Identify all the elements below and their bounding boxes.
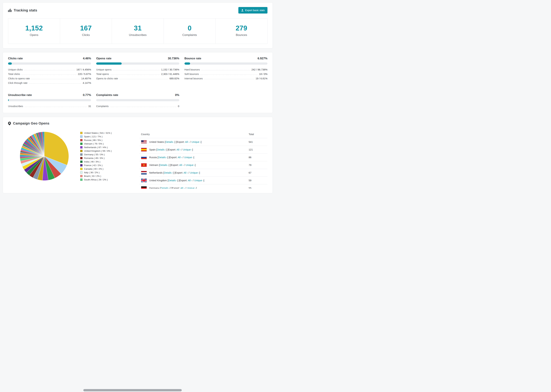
clicks-rate-block: Clicks rate 4.46% Unique clicks167 / 4.4… xyxy=(8,57,91,85)
country-name: United States xyxy=(149,140,164,143)
unsubscribes-label: Unsubscribes xyxy=(114,33,162,37)
export-all-link[interactable]: All › xyxy=(178,156,182,159)
complaints-rate-title: Complaints rate xyxy=(96,93,118,97)
export-unique-link[interactable]: Unique › xyxy=(186,164,195,166)
legend-label: Romania ( 49 / 3% ) xyxy=(84,157,105,159)
total-clicks-value: 220 / 5.87% xyxy=(78,73,91,75)
unsubscribes-count: 31 xyxy=(114,24,162,32)
total-column-header: Total xyxy=(247,131,268,138)
legend-item: Canada ( 40 / 2% ) xyxy=(80,167,123,171)
country-links: Vietnam [Details ›] [Export: All › / Uni… xyxy=(149,164,196,166)
dotted-leader xyxy=(31,79,80,79)
country-links: Russia [Details ›] [Export: All › / Uniq… xyxy=(149,156,194,159)
export-all-link[interactable]: All › xyxy=(180,187,185,189)
legend-label: United States ( 541 / 31% ) xyxy=(84,132,112,134)
rates-grid: Clicks rate 4.46% Unique clicks167 / 4.4… xyxy=(8,57,268,108)
details-link[interactable]: Details › xyxy=(157,148,166,151)
details-link[interactable]: Details › xyxy=(165,140,175,143)
legend-color-swatch xyxy=(80,168,83,170)
legend-item: Russia ( 86 / 5% ) xyxy=(80,138,123,142)
export-unique-link[interactable]: Unique › xyxy=(190,171,199,174)
country-total: 67 xyxy=(247,169,268,177)
bar-chart-icon xyxy=(8,9,12,12)
export-basic-stats-button[interactable]: Export basic stats xyxy=(238,7,268,14)
legend-item: Spain ( 121 / 7% ) xyxy=(80,135,123,138)
country-total: 79 xyxy=(247,161,268,169)
export-unique-link[interactable]: Unique › xyxy=(194,179,204,182)
country-name: Germany xyxy=(149,187,160,189)
unique-clicks-row: Unique clicks167 / 4.456% xyxy=(8,67,91,72)
dotted-leader xyxy=(120,79,168,79)
geo-opens-table: Country Total United States [Details ›] … xyxy=(139,131,268,189)
unsubscribes-row-label: Unsubscribes xyxy=(8,105,23,108)
geo-table-container: Country Total United States [Details ›] … xyxy=(139,131,268,189)
stat-cell-complaints: 0 Complaints xyxy=(164,18,216,44)
total-opens-label: Total opens xyxy=(96,73,109,75)
export-unique-link[interactable]: Unique › xyxy=(187,187,196,189)
complaints-label: Complaints xyxy=(165,33,214,37)
dotted-leader xyxy=(24,107,87,107)
legend-item: United Kingdom ( 59 / 3% ) xyxy=(80,149,123,153)
details-link[interactable]: Details › xyxy=(164,171,173,174)
country-links: Netherlands [Details ›] [Export: All › /… xyxy=(149,171,200,174)
legend-color-swatch xyxy=(80,139,83,141)
hard-bounces-row: Hard bounces242 / 86.738% xyxy=(184,67,268,72)
tracking-stats-header: Tracking stats Export basic stats xyxy=(8,7,268,14)
gb-flag-icon xyxy=(141,179,147,182)
details-link[interactable]: Details › xyxy=(161,187,170,189)
pie-svg xyxy=(19,131,70,182)
export-all-link[interactable]: All › xyxy=(188,179,192,182)
details-link[interactable]: Details › xyxy=(160,164,169,166)
geo-content: United States ( 541 / 31% )Spain ( 121 /… xyxy=(8,131,268,189)
details-link[interactable]: Details › xyxy=(168,179,177,182)
legend-label: Germany ( 55 / 3% ) xyxy=(84,153,105,156)
stat-cell-opens: 1,152 Opens xyxy=(8,18,60,44)
unsubscribe-rate-block: Unsubscribe rate 0.77% Unsubscribes31 xyxy=(8,93,91,108)
dotted-leader xyxy=(21,75,77,75)
legend-color-swatch xyxy=(80,150,83,152)
clicks-rate-progressbar xyxy=(8,63,91,65)
export-icon xyxy=(241,9,244,12)
details-link[interactable]: Details › xyxy=(158,156,167,159)
country-name: Spain xyxy=(149,148,155,151)
export-all-link[interactable]: All › xyxy=(177,148,181,151)
country-total: 121 xyxy=(247,146,268,154)
complaints-row-label: Complaints xyxy=(96,105,109,108)
geo-table-row: Vietnam [Details ›] [Export: All › / Uni… xyxy=(139,161,268,169)
export-unique-link[interactable]: Unique › xyxy=(184,156,194,159)
soft-bounces-row: Soft bounces18 / 0% xyxy=(184,72,268,76)
click-through-rate-label: Click through rate xyxy=(8,82,28,84)
pie-legend: United States ( 541 / 31% )Spain ( 121 /… xyxy=(80,131,123,182)
export-all-link[interactable]: All › xyxy=(185,140,190,143)
legend-color-swatch xyxy=(80,175,83,177)
stat-cell-unsubscribes: 31 Unsubscribes xyxy=(112,18,164,44)
total-clicks-label: Total clicks xyxy=(8,73,20,75)
campaign-geo-opens-card: Campaign Geo Opens United States ( 541 /… xyxy=(3,117,273,193)
legend-color-swatch xyxy=(80,164,83,166)
unique-clicks-label: Unique clicks xyxy=(8,68,23,71)
export-all-link[interactable]: All › xyxy=(179,164,184,166)
complaints-count: 0 xyxy=(165,24,214,32)
legend-item: United States ( 541 / 31% ) xyxy=(80,131,123,135)
bounces-label: Bounces xyxy=(217,33,266,37)
export-unique-link[interactable]: Unique › xyxy=(191,140,201,143)
bounce-rate-block: Bounce rate 6.927% Hard bounces242 / 86.… xyxy=(184,57,268,85)
rates-card: Clicks rate 4.46% Unique clicks167 / 4.4… xyxy=(3,52,273,113)
legend-label: Canada ( 40 / 2% ) xyxy=(84,168,103,170)
country-column-header: Country xyxy=(139,131,247,138)
us-flag-icon xyxy=(141,140,147,144)
export-all-link[interactable]: All › xyxy=(184,171,188,174)
soft-bounces-label: Soft bounces xyxy=(184,73,199,75)
legend-item: South Africa ( 29 / 2% ) xyxy=(80,178,123,182)
geo-table-row: United States [Details ›] [Export: All ›… xyxy=(139,138,268,146)
export-basic-stats-label: Export basic stats xyxy=(245,9,265,12)
legend-label: Netherlands ( 67 / 4% ) xyxy=(84,146,108,149)
country-total: 55 xyxy=(247,184,268,189)
tracking-stats-card: Tracking stats Export basic stats 1,152 … xyxy=(3,2,273,49)
legend-color-swatch xyxy=(80,161,83,163)
geo-table-row: United Kingdom [Details ›] [Export: All … xyxy=(139,177,268,184)
legend-color-swatch xyxy=(80,157,83,159)
ru-flag-icon xyxy=(141,155,147,159)
opens-rate-block: Opens rate 30.736% Unique opens1,152 / 3… xyxy=(96,57,179,85)
export-unique-link[interactable]: Unique › xyxy=(183,148,192,151)
